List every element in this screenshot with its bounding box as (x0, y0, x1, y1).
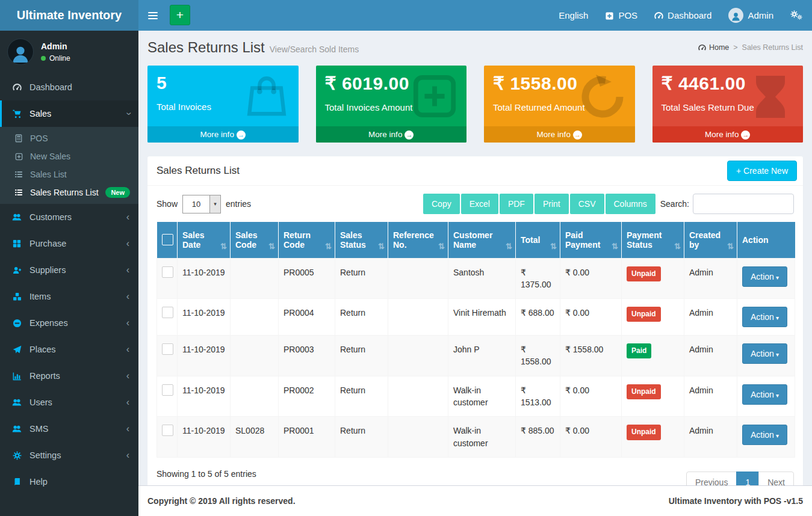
page-length-control: Show 10 ▾ entries (157, 195, 251, 213)
cell-return-code: PR0003 (279, 336, 335, 376)
action-button[interactable]: Action▾ (742, 343, 787, 364)
nav-pos[interactable]: POS (597, 0, 646, 31)
cell-action: Action▾ (737, 299, 795, 336)
sidebar-item-items[interactable]: Items ‹ (0, 283, 138, 310)
sort-icon: ⇅ (220, 242, 227, 251)
breadcrumb-home[interactable]: Home (698, 43, 729, 52)
cell-payment-status: Paid (622, 336, 684, 376)
cell-action: Action▾ (737, 376, 795, 417)
action-button[interactable]: Action▾ (742, 384, 787, 405)
row-checkbox[interactable] (162, 384, 173, 396)
sidebar-item-new-sales[interactable]: New Sales (0, 147, 138, 165)
sidebar-item-suppliers[interactable]: Suppliers ‹ (0, 257, 138, 283)
create-new-button[interactable]: + Create New (727, 161, 797, 181)
page-length-select[interactable]: 10 ▾ (182, 195, 221, 213)
nav-settings[interactable] (782, 0, 812, 31)
cell-customer-name: Vinit Hiremath (448, 299, 516, 336)
export-buttons: Copy Excel PDF Print CSV Columns (423, 194, 655, 214)
search-input[interactable] (693, 194, 794, 214)
cell-action: Action▾ (737, 258, 795, 299)
nav-user[interactable]: Admin (720, 0, 782, 31)
pagination-previous[interactable]: Previous (686, 471, 737, 485)
users-icon (11, 424, 23, 434)
action-button[interactable]: Action▾ (742, 425, 787, 445)
entries-info: Showing 1 to 5 of 5 entries (157, 467, 256, 479)
app-logo[interactable]: Ultimate Inventory (0, 0, 138, 31)
online-dot-icon (41, 56, 46, 61)
sidebar-item-sales-list[interactable]: Sales List (0, 165, 138, 183)
pagination-page-1[interactable]: 1 (736, 471, 759, 485)
sidebar-item-places[interactable]: Places ‹ (0, 336, 138, 363)
column-header-sales-code[interactable]: Sales Code⇅ (231, 222, 279, 258)
sidebar-item-dashboard[interactable]: Dashboard (0, 74, 138, 100)
sidebar-item-reports[interactable]: Reports ‹ (0, 363, 138, 389)
column-header-created-by[interactable]: Created by⇅ (684, 222, 737, 258)
row-checkbox[interactable] (162, 266, 173, 278)
quick-add-button[interactable]: + (170, 5, 190, 25)
column-header-action: Action (737, 222, 795, 258)
sidebar-item-settings[interactable]: Settings ‹ (0, 442, 138, 468)
column-header-paid-payment[interactable]: Paid Payment⇅ (560, 222, 622, 258)
sidebar-item-pos[interactable]: POS (0, 129, 138, 147)
cell-sales-date: 11-10-2019 (178, 299, 231, 336)
sidebar-item-expenses[interactable]: Expenses ‹ (0, 310, 138, 336)
caret-down-icon: ▾ (776, 432, 779, 439)
sales-submenu: POS New Sales Sales List Sales Returns L… (0, 127, 138, 204)
nav-dashboard[interactable]: Dashboard (646, 0, 720, 31)
column-header-customer-name[interactable]: Customer Name⇅ (448, 222, 516, 258)
action-button[interactable]: Action▾ (742, 266, 787, 287)
more-info-link[interactable]: More info→ (316, 126, 467, 143)
cell-sales-date: 11-10-2019 (178, 417, 231, 458)
export-button[interactable]: Print (535, 194, 569, 214)
column-header-sales-date[interactable]: Sales Date⇅ (178, 222, 231, 258)
sidebar-item-help[interactable]: Help (0, 468, 138, 495)
export-button[interactable]: Excel (461, 194, 498, 214)
sidebar-item-sales[interactable]: Sales ‹ (0, 100, 138, 127)
export-button[interactable]: Copy (423, 194, 460, 214)
sidebar-item-sales-returns-list[interactable]: Sales Returns List New (0, 183, 138, 201)
export-button[interactable]: Columns (606, 194, 655, 214)
copyright-text: Copyright © 2019 All rights reserved. (147, 496, 296, 506)
plus-square-icon (605, 10, 614, 21)
cell-return-code: PR0005 (279, 258, 335, 299)
sidebar-item-purchase[interactable]: Purchase ‹ (0, 230, 138, 257)
export-button[interactable]: PDF (500, 194, 533, 214)
panel-body: Show 10 ▾ entries Copy Excel PDF P (147, 186, 803, 485)
action-button[interactable]: Action▾ (742, 307, 787, 327)
more-info-link[interactable]: More info→ (147, 126, 299, 143)
sidebar-toggle-icon[interactable] (138, 0, 167, 31)
sidebar-item-customers[interactable]: Customers ‹ (0, 204, 138, 230)
chevron-left-icon: ‹ (126, 292, 129, 301)
cell-customer-name: Santosh (448, 258, 516, 299)
column-header-sales-status[interactable]: Sales Status⇅ (335, 222, 388, 258)
cell-total: ₹ 688.00 (516, 299, 560, 336)
sort-icon: ⇅ (438, 242, 445, 251)
top-navbar: Ultimate Inventory + English POS Dashboa… (0, 0, 812, 31)
stat-label: Total Invoices Amount (325, 102, 458, 112)
cell-sales-code (231, 299, 279, 336)
table-header-row: Sales Date⇅ Sales Code⇅ Return Code⇅ Sal… (157, 222, 795, 258)
sidebar-item-sms[interactable]: SMS ‹ (0, 416, 138, 442)
more-info-link[interactable]: More info→ (652, 126, 804, 143)
pagination-next[interactable]: Next (758, 471, 794, 485)
more-info-link[interactable]: More info→ (484, 126, 635, 143)
cell-sales-date: 11-10-2019 (178, 258, 231, 299)
circle-arrow-icon: → (404, 131, 414, 140)
users-icon (11, 212, 23, 222)
column-header-total[interactable]: Total⇅ (516, 222, 560, 258)
cell-payment-status: Unpaid (622, 258, 684, 299)
row-checkbox[interactable] (162, 343, 173, 355)
row-checkbox[interactable] (162, 307, 173, 318)
column-header-return-code[interactable]: Return Code⇅ (279, 222, 335, 258)
sidebar-menu: Dashboard Sales ‹ POS New Sales Sales Li… (0, 74, 138, 495)
sidebar-item-users[interactable]: Users ‹ (0, 389, 138, 416)
select-all-checkbox[interactable] (162, 234, 173, 245)
column-header-reference-no[interactable]: Reference No.⇅ (388, 222, 448, 258)
column-header-payment-status[interactable]: Payment Status⇅ (622, 222, 684, 258)
cell-action: Action▾ (737, 417, 795, 458)
row-checkbox[interactable] (162, 425, 173, 436)
chevron-left-icon: ‹ (126, 371, 129, 381)
user-name: Admin (41, 41, 70, 51)
nav-language[interactable]: English (550, 0, 597, 31)
export-button[interactable]: CSV (570, 194, 604, 214)
